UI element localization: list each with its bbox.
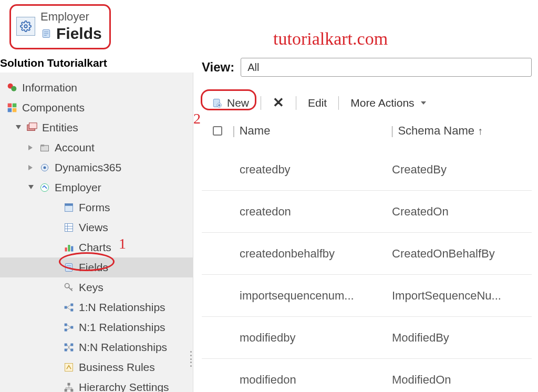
header-highlight: Employer Fields (9, 4, 111, 49)
cell-schema: CreatedOnBehalfBy (392, 247, 532, 261)
tree-employer[interactable]: Employer (0, 178, 193, 198)
tree-entities[interactable]: Entities (0, 118, 193, 138)
svg-rect-50 (70, 349, 73, 352)
chevron-down-icon (421, 101, 426, 105)
tree-nn[interactable]: N:N Relationships (0, 337, 193, 357)
cell-name: modifiedon (240, 373, 392, 387)
edit-label: Edit (308, 97, 327, 109)
main-panel: View: All New ✕ Edit More Actions 2 | Na… (195, 57, 538, 392)
tree-forms[interactable]: Forms (0, 198, 193, 218)
view-select[interactable]: All (241, 58, 532, 77)
tree-account[interactable]: Account (0, 138, 193, 158)
tree-label: Business Rules (79, 361, 155, 374)
tree-label: Views (79, 221, 108, 234)
sort-ascending-icon: ↑ (478, 125, 483, 137)
tree-label: Hierarchy Settings (79, 381, 169, 392)
nav-tree: Information Components Entities Account … (0, 57, 193, 392)
column-separator: | (391, 124, 394, 138)
svg-point-21 (41, 184, 49, 192)
new-button[interactable]: New (206, 95, 254, 111)
entities-icon (26, 122, 38, 133)
tree-label: Components (22, 101, 85, 114)
tree-information[interactable]: Information (0, 78, 193, 98)
svg-rect-10 (13, 108, 17, 112)
svg-rect-49 (70, 344, 73, 346)
table-row[interactable]: importsequencenum... ImportSequenceNu... (202, 275, 532, 317)
tree-components[interactable]: Components (0, 98, 193, 118)
svg-rect-54 (68, 383, 70, 386)
tree-n1[interactable]: N:1 Relationships (0, 317, 193, 337)
folder-icon (39, 142, 50, 153)
column-schema-label: Schema Name (398, 124, 474, 138)
svg-rect-47 (65, 344, 67, 346)
svg-rect-53 (65, 364, 73, 372)
cell-name: createdonbehalfby (240, 247, 392, 261)
svg-point-19 (44, 167, 46, 169)
views-icon (63, 222, 75, 233)
svg-rect-30 (71, 246, 73, 252)
new-icon (211, 97, 223, 109)
delete-button[interactable]: ✕ (267, 92, 289, 113)
tree-views[interactable]: Views (0, 218, 193, 238)
svg-rect-56 (70, 389, 73, 391)
tree-label: Employer (55, 181, 101, 194)
view-value: All (247, 61, 259, 74)
svg-rect-23 (65, 204, 73, 206)
new-label: New (227, 97, 249, 109)
delete-icon: ✕ (273, 95, 284, 111)
table-row[interactable]: modifiedon ModifiedOn (202, 359, 532, 392)
view-label: View: (202, 60, 234, 75)
tree-fields[interactable]: Fields (0, 257, 193, 277)
table-row[interactable]: createdonbehalfby CreatedOnBehalfBy (202, 233, 532, 275)
cell-schema: ModifiedBy (392, 331, 532, 345)
svg-rect-13 (29, 123, 37, 129)
edit-button[interactable]: Edit (303, 95, 332, 111)
tree-label: 1:N Relationships (79, 301, 165, 314)
forms-icon (63, 202, 75, 213)
tree-label: Dynamics365 (55, 161, 121, 174)
tree-1n[interactable]: 1:N Relationships (0, 297, 193, 317)
tree-business-rules[interactable]: Business Rules (0, 357, 193, 377)
info-icon (6, 82, 18, 94)
tree-keys[interactable]: Keys (0, 277, 193, 297)
column-schema-header[interactable]: Schema Name ↑ (398, 124, 532, 138)
table-row[interactable]: createdon CreatedOn (202, 191, 532, 233)
cell-name: modifiedby (240, 331, 392, 345)
svg-rect-55 (65, 389, 67, 391)
tree-hierarchy[interactable]: Hierarchy Settings (0, 377, 193, 392)
more-actions-button[interactable]: More Actions (345, 95, 431, 111)
chevron-right-icon (27, 164, 35, 171)
relationship-1n-icon (63, 302, 75, 313)
table-row[interactable]: modifiedby ModifiedBy (202, 317, 532, 359)
resize-grip[interactable] (190, 351, 195, 367)
select-all-checkbox[interactable] (213, 126, 222, 136)
cell-schema: ModifiedOn (392, 373, 532, 387)
svg-line-36 (71, 288, 73, 290)
table-body: createdby CreatedBy createdon CreatedOn … (202, 149, 532, 392)
toolbar-separator (296, 96, 296, 110)
tree-dynamics365[interactable]: Dynamics365 (0, 158, 193, 178)
tree-charts[interactable]: Charts (0, 238, 193, 257)
svg-point-0 (24, 25, 27, 28)
column-name-header[interactable]: Name (240, 124, 387, 138)
relationship-nn-icon (63, 342, 75, 353)
relationship-n1-icon (63, 322, 75, 333)
svg-rect-37 (65, 306, 67, 309)
rules-icon (63, 362, 75, 373)
tree-label: Keys (79, 281, 104, 294)
solution-label: Solution Tutorialkart (0, 56, 200, 73)
svg-rect-7 (8, 104, 12, 108)
tree-label: Information (22, 81, 77, 94)
gear-card-icon (16, 17, 35, 36)
components-icon (6, 102, 18, 114)
svg-marker-20 (28, 185, 34, 189)
cell-name: createdon (240, 205, 392, 219)
table-row[interactable]: createdby CreatedBy (202, 149, 532, 191)
cell-schema: CreatedOn (392, 205, 532, 219)
cell-schema: ImportSequenceNu... (392, 289, 532, 303)
hierarchy-icon (63, 381, 75, 392)
svg-rect-44 (70, 326, 73, 329)
cell-name: createdby (240, 163, 392, 177)
sidebar: Solution Tutorialkart Information Compon… (0, 57, 193, 392)
watermark-text: tutorialkart.com (273, 29, 388, 49)
